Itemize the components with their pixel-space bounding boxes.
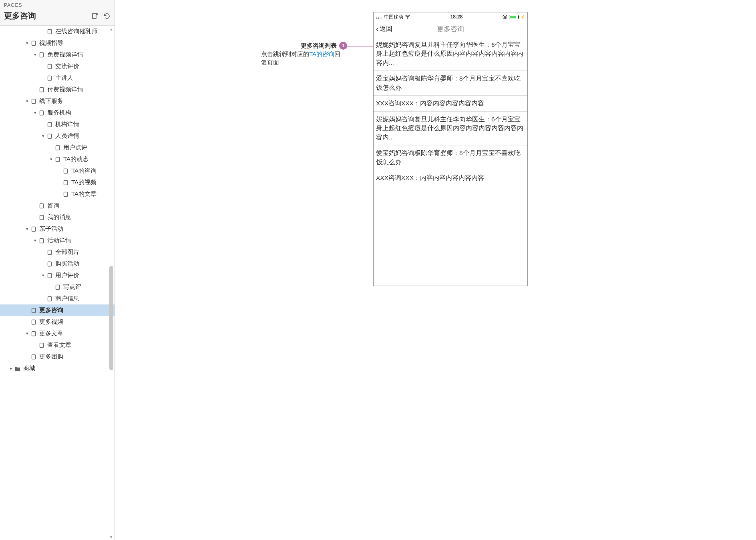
page-icon <box>62 191 69 197</box>
svg-rect-21 <box>48 273 52 278</box>
chevron-down-icon[interactable]: ▾ <box>24 226 30 232</box>
tree-item[interactable]: TA的视频 <box>0 177 115 188</box>
phone-mockup: 中国移动 18:28 ⚡ ‹ 返回 <box>373 12 528 286</box>
tree-item[interactable]: ▸商城 <box>0 363 115 374</box>
annotation-description: 点击跳转到对应的TA的咨询回复页面 <box>261 50 341 66</box>
tree-item[interactable]: 写点评 <box>0 281 115 293</box>
chevron-down-icon[interactable]: ▾ <box>48 157 54 162</box>
page-icon <box>30 307 37 314</box>
svg-point-32 <box>381 18 382 19</box>
tree-item[interactable]: 用户点评 <box>0 142 115 153</box>
tree-item-label: 全部图片 <box>55 248 79 256</box>
tree-item[interactable]: 更多团购 <box>0 351 115 363</box>
consult-item[interactable]: 妮妮妈妈咨询复旦儿科主任李向华医生：6个月宝宝身上起红色痘痘是什么原因内容内容内… <box>374 37 527 71</box>
svg-point-31 <box>380 18 381 19</box>
svg-rect-28 <box>32 355 36 359</box>
svg-rect-8 <box>48 122 52 127</box>
status-bar: 中国移动 18:28 ⚡ <box>374 12 527 21</box>
tree-item-label: 视频指导 <box>39 39 63 47</box>
annotation-title: 更多咨询列表 <box>301 42 337 50</box>
chevron-down-icon[interactable]: ▾ <box>24 40 30 46</box>
battery-icon <box>509 15 519 19</box>
tree-item[interactable]: 查看文章 <box>0 339 115 351</box>
tree-item-label: 商户信息 <box>55 295 79 302</box>
svg-rect-22 <box>56 285 60 289</box>
chevron-down-icon[interactable]: ▾ <box>40 133 46 139</box>
refresh-icon[interactable] <box>103 12 111 20</box>
tree-item-label: 咨询 <box>47 202 59 210</box>
scroll-down-icon[interactable]: ▾ <box>109 534 113 539</box>
tree-item[interactable]: ▾活动详情 <box>0 235 115 246</box>
tree-item[interactable]: TA的文章 <box>0 188 115 200</box>
page-icon <box>38 238 45 244</box>
tree-item[interactable]: 商户信息 <box>0 293 115 304</box>
chevron-right-icon[interactable]: ▸ <box>8 366 14 371</box>
tree-item[interactable]: 主讲人 <box>0 72 115 84</box>
canvas[interactable]: 更多咨询列表 1 点击跳转到对应的TA的咨询回复页面 中国移动 18 <box>115 0 756 540</box>
tree-item-label: TA的动态 <box>63 155 88 163</box>
page-icon <box>38 342 45 349</box>
chevron-down-icon[interactable]: ▾ <box>40 273 46 278</box>
tree-item[interactable]: 付费视频详情 <box>0 84 115 95</box>
chevron-down-icon[interactable]: ▾ <box>32 238 38 243</box>
tree-item[interactable]: ▾线下服务 <box>0 95 115 107</box>
tree-scroll[interactable]: ▴ 在线咨询催乳师▾视频指导▾免费视频详情交流评价主讲人付费视频详情▾线下服务▾… <box>0 26 115 540</box>
back-label: 返回 <box>380 25 392 33</box>
scroll-up-icon[interactable]: ▴ <box>109 26 113 31</box>
tree-item-label: 免费视频详情 <box>47 51 83 58</box>
chevron-down-icon[interactable]: ▾ <box>24 99 30 104</box>
page-title: 更多咨询 <box>4 10 36 21</box>
page-icon <box>30 319 37 325</box>
status-time: 18:28 <box>450 14 463 20</box>
page-icon <box>46 28 53 35</box>
tree-item[interactable]: ▾用户评价 <box>0 270 115 281</box>
chevron-down-icon[interactable]: ▾ <box>24 331 30 336</box>
consult-list: 妮妮妈妈咨询复旦儿科主任李向华医生：6个月宝宝身上起红色痘痘是什么原因内容内容内… <box>374 37 527 186</box>
tree-item[interactable]: 更多咨询 <box>0 304 115 316</box>
chevron-down-icon[interactable]: ▾ <box>32 110 38 115</box>
chevron-down-icon[interactable]: ▾ <box>32 52 38 57</box>
tree-item-label: TA的咨询 <box>71 167 97 175</box>
tree-item-label: 用户评价 <box>55 272 79 279</box>
consult-item[interactable]: 爱宝妈妈咨询极陈华育婴师：8个月月宝宝不喜欢吃饭怎么办 <box>374 71 527 96</box>
tree-item[interactable]: TA的咨询 <box>0 165 115 177</box>
tree-item[interactable]: 交流评价 <box>0 60 115 72</box>
tree-item[interactable]: 购买活动 <box>0 258 115 270</box>
folder-icon <box>14 365 21 372</box>
svg-rect-14 <box>64 192 68 196</box>
tree-item[interactable]: ▾服务机构 <box>0 107 115 119</box>
page-icon <box>38 203 45 209</box>
page-icon <box>30 226 37 232</box>
consult-item[interactable]: 爱宝妈妈咨询极陈华育婴师：8个月月宝宝不喜欢吃饭怎么办 <box>374 145 527 170</box>
tree-item[interactable]: ▾视频指导 <box>0 37 115 49</box>
tree-item[interactable]: ▾人员详情 <box>0 130 115 142</box>
tree-item-label: 付费视频详情 <box>47 86 83 93</box>
tree-item-label: 更多团购 <box>39 353 63 361</box>
tree-item[interactable]: 咨询 <box>0 200 115 212</box>
svg-rect-12 <box>64 169 68 173</box>
tree-item-label: 更多文章 <box>39 330 63 337</box>
tree-item[interactable]: ▾免费视频详情 <box>0 49 115 60</box>
consult-item[interactable]: XXX咨询XXX：内容内容内容内容内容 <box>374 170 527 186</box>
tree-item[interactable]: 我的消息 <box>0 212 115 223</box>
tree-item[interactable]: 机构详情 <box>0 119 115 130</box>
svg-rect-9 <box>48 134 52 138</box>
svg-rect-6 <box>32 99 36 103</box>
consult-item[interactable]: 妮妮妈妈咨询复旦儿科主任李向华医生：6个月宝宝身上起红色痘痘是什么原因内容内容内… <box>374 112 527 145</box>
tree-item[interactable]: 在线咨询催乳师 <box>0 26 115 37</box>
tree-item[interactable]: ▾更多文章 <box>0 328 115 339</box>
tree-item[interactable]: ▾TA的动态 <box>0 153 115 165</box>
scrollbar-thumb[interactable] <box>109 266 113 370</box>
back-button[interactable]: ‹ 返回 <box>376 24 392 34</box>
chevron-left-icon: ‹ <box>376 24 379 34</box>
tree-item[interactable]: ▾亲子活动 <box>0 223 115 235</box>
svg-rect-1 <box>32 41 36 45</box>
export-icon[interactable] <box>91 12 99 20</box>
tree-item[interactable]: 更多视频 <box>0 316 115 328</box>
tree-item-label: 更多咨询 <box>39 306 63 314</box>
tree-item[interactable]: 全部图片 <box>0 246 115 258</box>
annotation-link[interactable]: TA的咨询 <box>309 50 334 57</box>
annotation-desc-prefix: 点击跳转到对应的 <box>261 50 309 57</box>
page-icon <box>46 121 53 128</box>
consult-item[interactable]: XXX咨询XXX：内容内容内容内容内容 <box>374 96 527 111</box>
